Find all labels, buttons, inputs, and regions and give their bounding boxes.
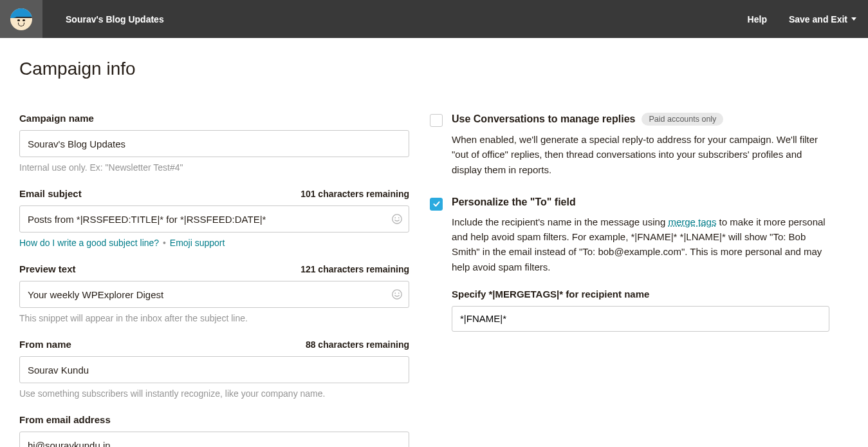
mergetag-label: Specify *|MERGETAGS|* for recipient name [452, 289, 829, 300]
campaign-name-help: Internal use only. Ex: "Newsletter Test#… [19, 162, 409, 173]
save-and-exit-button[interactable]: Save and Exit [789, 14, 856, 24]
conversations-option: Use Conversations to manage replies Paid… [430, 113, 829, 177]
save-and-exit-label: Save and Exit [789, 14, 847, 24]
email-subject-label: Email subject [19, 188, 82, 199]
content-area: Campaign info Campaign name Internal use… [0, 38, 868, 447]
email-subject-input[interactable] [19, 205, 409, 233]
emoji-picker-button[interactable] [390, 287, 404, 301]
from-email-field: From email address [19, 414, 409, 447]
from-name-field: From name 88 characters remaining Use so… [19, 339, 409, 399]
email-subject-chars: 101 characters remaining [300, 189, 409, 199]
personalize-desc: Include the recipient's name in the mess… [452, 214, 829, 274]
svg-point-0 [392, 214, 402, 224]
preview-text-field: Preview text 121 characters remaining Th… [19, 263, 409, 323]
header-campaign-title: Sourav's Blog Updates [66, 14, 164, 24]
right-column: Use Conversations to manage replies Paid… [430, 113, 849, 447]
personalize-checkbox[interactable] [430, 198, 443, 211]
mergetag-input[interactable] [452, 306, 829, 332]
smiley-icon [391, 213, 403, 225]
page-title: Campaign info [19, 59, 849, 79]
subject-help-link[interactable]: How do I write a good subject line? [19, 238, 159, 248]
merge-tags-link[interactable]: merge tags [668, 216, 716, 227]
app-header: Sourav's Blog Updates Help Save and Exit [0, 0, 868, 38]
conversations-desc: When enabled, we'll generate a special r… [452, 132, 829, 177]
campaign-name-input[interactable] [19, 130, 409, 157]
dot-separator: • [163, 238, 166, 248]
preview-text-chars: 121 characters remaining [300, 264, 409, 274]
email-subject-field: Email subject 101 characters remaining H… [19, 188, 409, 248]
personalize-option: Personalize the "To" field Include the r… [430, 196, 829, 332]
preview-text-help: This snippet will appear in the inbox af… [19, 313, 409, 323]
from-name-label: From name [19, 339, 71, 350]
conversations-title: Use Conversations to manage replies [452, 113, 635, 125]
conversations-checkbox[interactable] [430, 114, 443, 127]
personalize-desc-pre: Include the recipient's name in the mess… [452, 216, 668, 227]
svg-point-2 [398, 217, 400, 218]
preview-text-label: Preview text [19, 263, 76, 274]
svg-point-4 [394, 292, 396, 294]
from-email-label: From email address [19, 414, 111, 425]
svg-point-1 [394, 217, 396, 218]
svg-point-5 [398, 292, 400, 294]
personalize-title: Personalize the "To" field [452, 196, 576, 208]
campaign-name-label: Campaign name [19, 113, 94, 124]
logo-box[interactable] [0, 0, 42, 38]
emoji-support-link[interactable]: Emoji support [170, 238, 225, 248]
from-name-help: Use something subscribers will instantly… [19, 388, 409, 399]
mergetag-section: Specify *|MERGETAGS|* for recipient name [452, 289, 829, 332]
svg-point-3 [392, 290, 402, 299]
emoji-picker-button[interactable] [390, 212, 404, 226]
email-subject-links: How do I write a good subject line? • Em… [19, 238, 409, 248]
mailchimp-logo-icon [10, 8, 32, 30]
campaign-name-field: Campaign name Internal use only. Ex: "Ne… [19, 113, 409, 173]
left-column: Campaign name Internal use only. Ex: "Ne… [19, 113, 409, 447]
from-name-input[interactable] [19, 356, 409, 383]
header-actions: Help Save and Exit [748, 14, 868, 24]
smiley-icon [391, 289, 403, 300]
from-email-input[interactable] [19, 432, 409, 447]
chevron-down-icon [851, 17, 856, 21]
check-icon [432, 200, 441, 208]
preview-text-input[interactable] [19, 281, 409, 308]
help-link[interactable]: Help [748, 14, 767, 24]
from-name-chars: 88 characters remaining [306, 339, 409, 350]
paid-only-badge: Paid accounts only [642, 113, 723, 126]
